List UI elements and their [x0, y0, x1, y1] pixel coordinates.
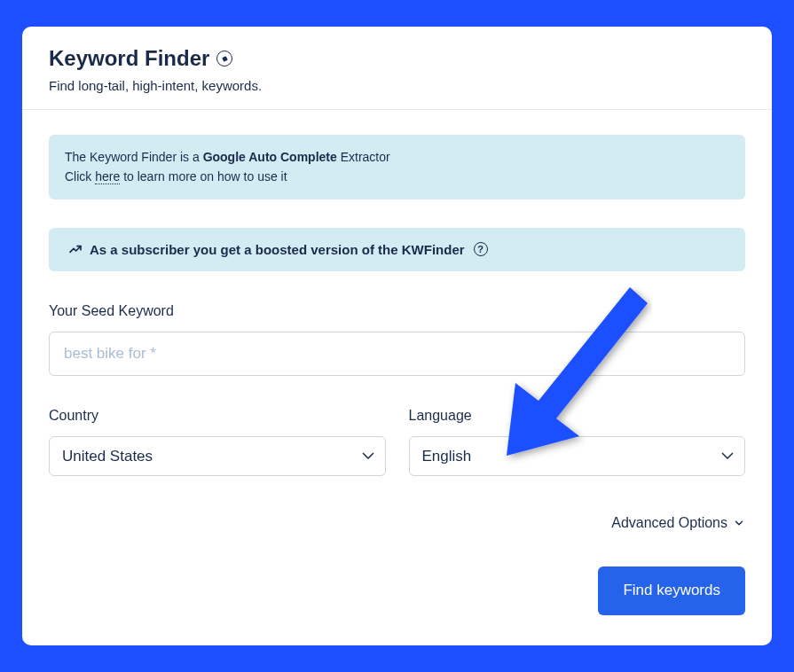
find-keywords-button[interactable]: Find keywords: [598, 567, 745, 615]
seed-keyword-input[interactable]: [49, 332, 745, 376]
keyword-finder-card: Keyword Finder Find long-tail, high-inte…: [22, 27, 772, 645]
selects-row: Country United States Language English: [49, 408, 745, 476]
country-label: Country: [49, 408, 386, 424]
language-select[interactable]: English: [409, 436, 746, 476]
advanced-row: Advanced Options: [49, 515, 745, 531]
here-link[interactable]: here: [95, 169, 120, 184]
advanced-options-link[interactable]: Advanced Options: [611, 515, 745, 531]
country-group: Country United States: [49, 408, 386, 476]
info-bold: Google Auto Complete: [203, 150, 337, 164]
country-select[interactable]: United States: [49, 436, 386, 476]
seed-keyword-label: Your Seed Keyword: [49, 303, 745, 319]
page-title: Keyword Finder: [49, 46, 209, 71]
info-banner: The Keyword Finder is a Google Auto Comp…: [49, 135, 745, 199]
help-icon[interactable]: [474, 242, 488, 256]
page-subtitle: Find long-tail, high-intent, keywords.: [49, 78, 745, 93]
card-body: The Keyword Finder is a Google Auto Comp…: [22, 110, 772, 640]
info-suffix: Extractor: [337, 150, 390, 164]
info-line2-prefix: Click: [65, 169, 95, 184]
advanced-label: Advanced Options: [611, 515, 727, 531]
subscriber-text: As a subscriber you get a boosted versio…: [90, 242, 465, 257]
subscriber-banner: As a subscriber you get a boosted versio…: [49, 228, 745, 271]
info-line-1: The Keyword Finder is a Google Auto Comp…: [65, 147, 729, 167]
trending-up-icon: [68, 242, 83, 256]
card-header: Keyword Finder Find long-tail, high-inte…: [22, 27, 772, 110]
title-row: Keyword Finder: [49, 46, 745, 71]
info-prefix: The Keyword Finder is a: [65, 150, 203, 164]
info-line2-suffix: to learn more on how to use it: [120, 169, 287, 184]
compass-icon: [216, 51, 232, 66]
language-label: Language: [409, 408, 746, 424]
language-group: Language English: [409, 408, 746, 476]
button-row: Find keywords: [49, 567, 745, 615]
chevron-down-icon: [733, 517, 745, 529]
info-line-2: Click here to learn more on how to use i…: [65, 167, 729, 186]
